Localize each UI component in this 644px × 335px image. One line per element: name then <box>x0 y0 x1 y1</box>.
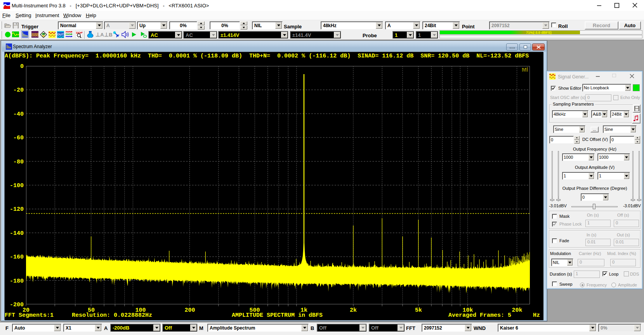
svg-text:AMPLITUDE SPECTRUM in dBFS: AMPLITUDE SPECTRUM in dBFS <box>232 312 323 319</box>
svg-text:-120: -120 <box>10 206 24 213</box>
svg-text:Hz: Hz <box>533 312 540 319</box>
svg-text:2k: 2k <box>350 307 357 314</box>
svg-text:FFT Segments:1: FFT Segments:1 <box>5 312 54 319</box>
svg-text:-100: -100 <box>10 182 24 189</box>
svg-text:Averaged Frames: 5: Averaged Frames: 5 <box>448 312 511 319</box>
svg-text:-140: -140 <box>10 230 24 237</box>
svg-text:-180: -180 <box>10 278 24 285</box>
svg-text:888: 888 <box>31 33 38 38</box>
svg-text:-160: -160 <box>10 254 24 260</box>
svg-text:Resolution: 0.0228882Hz: Resolution: 0.0228882Hz <box>72 312 152 319</box>
svg-text:-60: -60 <box>13 135 24 141</box>
svg-text:DUT: DUT <box>57 33 64 36</box>
svg-text:5k: 5k <box>415 307 422 314</box>
svg-text:-40: -40 <box>13 111 24 118</box>
svg-text:-20: -20 <box>13 87 24 94</box>
svg-text:200: 200 <box>184 307 195 314</box>
svg-text:-80: -80 <box>13 159 24 165</box>
svg-text:-200: -200 <box>10 302 24 308</box>
svg-text:20k: 20k <box>512 307 522 314</box>
svg-text:0: 0 <box>20 63 24 70</box>
